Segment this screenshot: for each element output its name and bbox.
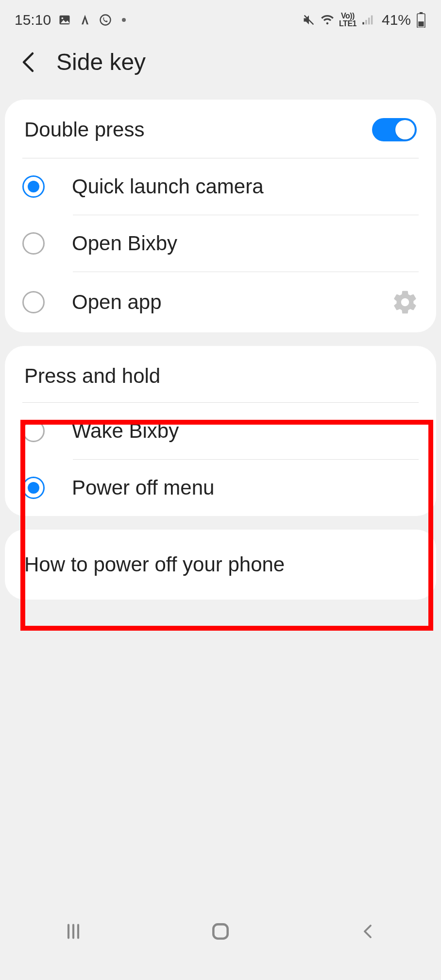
home-button[interactable] xyxy=(206,917,235,946)
option-label: Open app xyxy=(72,291,364,314)
option-label: Quick launch camera xyxy=(72,175,419,198)
recents-button[interactable] xyxy=(59,917,88,946)
info-text: How to power off your phone xyxy=(24,553,285,576)
radio-icon xyxy=(22,175,45,198)
svg-rect-6 xyxy=(368,17,370,24)
svg-rect-14 xyxy=(213,924,227,938)
radio-icon xyxy=(22,291,45,313)
option-open-bixby[interactable]: Open Bixby xyxy=(5,215,436,272)
app-icon xyxy=(78,13,92,27)
option-label: Wake Bixby xyxy=(72,419,419,443)
status-bar: 15:10 Vo))LTE1 41% xyxy=(0,0,441,34)
option-power-off-menu[interactable]: Power off menu xyxy=(5,460,436,516)
svg-rect-4 xyxy=(362,22,364,25)
svg-rect-10 xyxy=(418,21,424,26)
navigation-bar xyxy=(0,893,441,980)
svg-point-1 xyxy=(62,17,64,19)
svg-rect-7 xyxy=(371,16,373,25)
battery-percent: 41% xyxy=(382,12,411,28)
press-hold-section: Press and hold Wake Bixby Power off menu xyxy=(5,346,436,516)
more-dot-icon xyxy=(122,18,126,22)
option-open-app[interactable]: Open app xyxy=(5,272,436,332)
option-quick-launch-camera[interactable]: Quick launch camera xyxy=(5,158,436,215)
power-off-help[interactable]: How to power off your phone xyxy=(5,530,436,600)
option-label: Power off menu xyxy=(72,476,419,499)
double-press-title: Double press xyxy=(24,118,144,141)
svg-point-2 xyxy=(101,15,111,25)
battery-icon xyxy=(416,12,426,28)
radio-icon xyxy=(22,477,45,499)
status-time: 15:10 xyxy=(15,12,51,28)
wifi-icon xyxy=(321,13,334,27)
page-title: Side key xyxy=(56,49,146,75)
gear-icon[interactable] xyxy=(391,289,419,316)
page-header: Side key xyxy=(0,34,441,100)
double-press-toggle[interactable] xyxy=(372,118,417,141)
radio-icon xyxy=(22,420,45,442)
whatsapp-icon xyxy=(99,13,112,27)
press-hold-title: Press and hold xyxy=(24,364,160,388)
option-wake-bixby[interactable]: Wake Bixby xyxy=(5,403,436,459)
lte-indicator: Vo))LTE1 xyxy=(339,12,356,28)
back-button[interactable] xyxy=(353,917,382,946)
radio-icon xyxy=(22,232,45,255)
mute-icon xyxy=(302,13,316,27)
double-press-section: Double press Quick launch camera Open Bi… xyxy=(5,100,436,332)
signal-icon xyxy=(361,13,375,27)
gallery-icon xyxy=(58,13,71,27)
option-label: Open Bixby xyxy=(72,232,419,255)
svg-rect-5 xyxy=(365,20,367,24)
back-icon[interactable] xyxy=(19,51,37,74)
